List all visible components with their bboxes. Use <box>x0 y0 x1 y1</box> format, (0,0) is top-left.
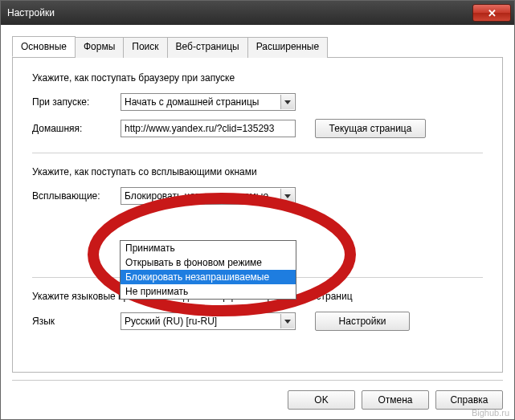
on-start-row: При запуске: Начать с домашней страницы <box>32 93 483 111</box>
chevron-down-icon <box>280 314 294 328</box>
popups-label: Всплывающие: <box>32 190 121 202</box>
divider <box>32 153 483 153</box>
content-area: Основные Формы Поиск Веб-страницы Расшир… <box>1 25 514 419</box>
tab-advanced[interactable]: Расширенные <box>247 37 329 58</box>
language-label: Язык <box>32 316 121 327</box>
language-value: Русский (RU) [ru-RU] <box>125 316 217 327</box>
popups-value: Блокировать незапрашиваемые <box>125 190 268 202</box>
tab-bar: Основные Формы Поиск Веб-страницы Расшир… <box>12 36 503 58</box>
language-select[interactable]: Русский (RU) [ru-RU] <box>121 312 296 330</box>
close-icon: ✕ <box>488 7 497 19</box>
popups-heading: Укажите, как поступать со всплывающими о… <box>32 166 483 177</box>
startup-heading: Укажите, как поступать браузеру при запу… <box>32 72 483 84</box>
on-start-select[interactable]: Начать с домашней страницы <box>121 93 296 111</box>
tab-search[interactable]: Поиск <box>123 37 167 58</box>
popups-select[interactable]: Блокировать незапрашиваемые <box>121 187 296 205</box>
tab-general[interactable]: Основные <box>12 36 76 57</box>
close-button[interactable]: ✕ <box>472 4 511 22</box>
watermark: Bighub.ru <box>472 408 509 418</box>
popup-option-reject[interactable]: Не принимать <box>121 284 296 299</box>
tab-webpages[interactable]: Веб-страницы <box>167 37 248 58</box>
window-title: Настройки <box>7 7 55 18</box>
settings-window: Настройки ✕ Основные Формы Поиск Веб-стр… <box>0 0 515 420</box>
popup-option-accept[interactable]: Принимать <box>121 241 296 255</box>
tab-forms[interactable]: Формы <box>75 37 124 58</box>
dialog-buttons: OK Отмена Справка <box>12 382 503 410</box>
popup-option-open-background[interactable]: Открывать в фоновом режиме <box>121 255 296 270</box>
on-start-value: Начать с домашней страницы <box>125 96 259 108</box>
popups-row: Всплывающие: Блокировать незапрашиваемые <box>32 187 483 205</box>
chevron-down-icon <box>280 189 294 203</box>
tab-panel: Укажите, как поступать браузеру при запу… <box>12 58 503 373</box>
popups-dropdown[interactable]: Принимать Открывать в фоновом режиме Бло… <box>120 240 296 300</box>
homepage-row: Домашняя: Текущая страница <box>32 119 483 138</box>
divider <box>12 380 503 381</box>
current-page-button[interactable]: Текущая страница <box>315 119 426 138</box>
help-button[interactable]: Справка <box>435 390 503 410</box>
ok-button[interactable]: OK <box>288 390 355 410</box>
on-start-label: При запуске: <box>32 96 121 108</box>
chevron-down-icon <box>280 95 294 109</box>
language-row: Язык Русский (RU) [ru-RU] Настройки <box>32 312 483 331</box>
homepage-input[interactable] <box>121 120 296 137</box>
homepage-label: Домашняя: <box>32 123 121 134</box>
popup-option-block-unrequested[interactable]: Блокировать незапрашиваемые <box>121 270 296 284</box>
language-settings-button[interactable]: Настройки <box>315 312 410 331</box>
cancel-button[interactable]: Отмена <box>362 390 429 410</box>
titlebar: Настройки ✕ <box>1 1 514 25</box>
